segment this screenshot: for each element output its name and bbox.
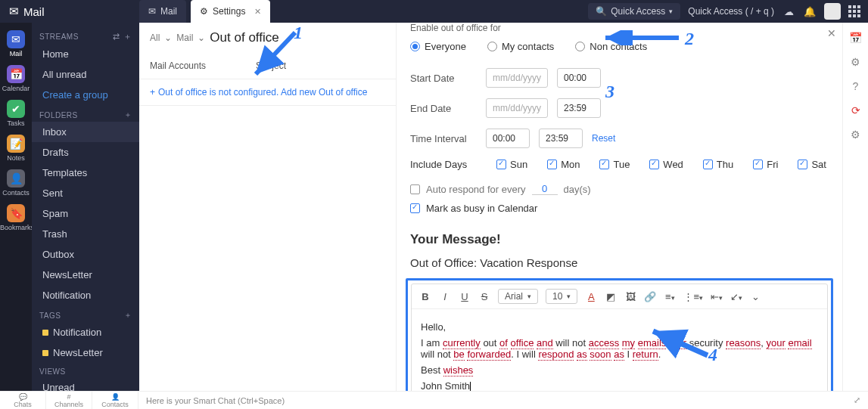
recipient-radio-group: Everyone My contacts Non contacts (410, 38, 829, 63)
smart-chat-hint[interactable]: Here is your Smart Chat (Ctrl+Space) (138, 392, 845, 409)
sidebar-item-inbox[interactable]: Inbox (32, 122, 139, 142)
crumb-mail[interactable]: Mail (176, 33, 193, 43)
sidebar-item-templates[interactable]: Templates (32, 163, 139, 183)
mail-envelope-icon: ✉ (148, 6, 156, 17)
chk-wed[interactable]: Wed (649, 159, 683, 170)
add-icon[interactable]: ＋ (124, 110, 132, 120)
chevron-down-icon: ⌄ (164, 33, 172, 43)
chk-thu[interactable]: Thu (703, 159, 733, 170)
tab-settings[interactable]: ⚙ Settings ✕ (191, 0, 270, 23)
col-subject: Subject (256, 60, 286, 71)
start-date-label: Start Date (410, 73, 477, 84)
sidebar-item-sent[interactable]: Sent (32, 183, 139, 203)
sidebar-item-home[interactable]: Home (32, 44, 139, 64)
sidebar-item-spam[interactable]: Spam (32, 203, 139, 224)
underline-button[interactable]: U (459, 291, 471, 302)
font-size-select[interactable]: 10▾ (546, 289, 577, 304)
chk-auto-respond[interactable] (410, 184, 420, 194)
tag-dot-icon (42, 330, 48, 336)
interval-to-input[interactable] (539, 129, 583, 148)
crumb-all[interactable]: All (150, 33, 160, 43)
time-interval-label: Time Interval (410, 133, 477, 144)
radio-everyone[interactable]: Everyone (410, 41, 466, 52)
sidebar-item-all-unread[interactable]: All unread (32, 64, 139, 85)
accounts-header: Mail Accounts Subject (139, 53, 396, 79)
sidebar-tag-newsletter[interactable]: NewsLetter (32, 342, 139, 363)
bottom-channels[interactable]: #Channels (46, 392, 92, 409)
bottom-chats[interactable]: 💬Chats (0, 392, 46, 409)
rail-calendar[interactable]: 📅 Calendar (0, 60, 32, 95)
sidebar-item-outbox[interactable]: Outbox (32, 244, 139, 265)
help-icon[interactable]: ? (853, 80, 859, 92)
link-button[interactable]: 🔗 (644, 291, 656, 302)
sidebar-item-notification[interactable]: Notification (32, 285, 139, 305)
italic-button[interactable]: I (439, 291, 451, 302)
end-time-input[interactable] (557, 98, 601, 118)
rail-bookmarks[interactable]: 🔖 Bookmarks (0, 200, 32, 234)
chk-fri[interactable]: Fri (753, 159, 778, 170)
chk-mark-busy[interactable] (410, 203, 420, 213)
bottom-contacts[interactable]: 👤Contacts (92, 392, 138, 409)
direction-button[interactable]: ↙▾ (730, 291, 742, 302)
sidebar-item-create-group[interactable]: Create a group (32, 85, 139, 105)
rich-text-editor: B I U S Arial▾ 10▾ A ◩ 🖼 🔗 ≡▾ ⋮≡▾ ⇤▾ ↙▾ (411, 284, 828, 405)
align-button[interactable]: ≡▾ (664, 291, 676, 302)
rail-tasks[interactable]: ✔ Tasks (0, 95, 32, 130)
rail-mail[interactable]: ✉ Mail (0, 26, 32, 60)
list-button[interactable]: ⋮≡▾ (683, 291, 703, 302)
chk-sun[interactable]: Sun (496, 159, 527, 170)
section-views: VIEWS (32, 363, 139, 377)
indent-button[interactable]: ⇤▾ (711, 291, 723, 302)
bold-button[interactable]: B (419, 291, 431, 302)
image-button[interactable]: 🖼 (624, 291, 636, 302)
subject-value[interactable]: Out of Office: Vacation Response (410, 253, 829, 278)
cloud-icon[interactable]: ☁ (782, 6, 795, 17)
highlight-button[interactable]: ◩ (605, 291, 617, 302)
chk-tue[interactable]: Tue (599, 159, 630, 170)
avatar[interactable] (824, 3, 841, 20)
sidebar-item-drafts[interactable]: Drafts (32, 142, 139, 163)
tag-dot-icon (42, 350, 48, 356)
editor-body[interactable]: Hello, I am currently out of office and … (412, 309, 827, 404)
chevron-down-icon: ▾ (567, 293, 571, 300)
text-color-button[interactable]: A (585, 291, 597, 302)
close-panel-icon[interactable]: ✕ (827, 27, 836, 39)
calendar-icon[interactable]: 📅 (849, 32, 862, 44)
start-time-input[interactable] (557, 68, 601, 88)
more-button[interactable]: ⌄ (750, 291, 762, 302)
interval-from-input[interactable] (486, 129, 530, 148)
start-date-input[interactable] (486, 68, 548, 88)
expand-icon[interactable]: ⤢ (845, 392, 868, 409)
radio-my-contacts[interactable]: My contacts (487, 41, 554, 52)
add-icon[interactable]: ＋ (124, 310, 132, 321)
section-streams: STREAMS ⇄ ＋ (32, 26, 139, 44)
filter-icon[interactable]: ⇄ (113, 32, 120, 41)
gear-icon[interactable]: ⚙ (851, 56, 860, 68)
bell-icon[interactable]: 🔔 (803, 6, 817, 17)
quick-access-search[interactable]: 🔍 Quick Access ▾ (588, 3, 680, 20)
font-family-select[interactable]: Arial▾ (498, 289, 538, 304)
reset-link[interactable]: Reset (592, 133, 615, 144)
tab-mail[interactable]: ✉ Mail (139, 0, 186, 23)
rail-notes[interactable]: 📝 Notes (0, 130, 32, 165)
chevron-down-icon: ▾ (527, 293, 531, 300)
radio-non-contacts[interactable]: Non contacts (575, 41, 647, 52)
auto-respond-days-input[interactable] (532, 183, 558, 195)
rail-contacts[interactable]: 👤 Contacts (0, 165, 32, 200)
end-date-input[interactable] (486, 98, 548, 118)
close-tab-icon[interactable]: ✕ (254, 7, 261, 17)
auto-respond-prefix: Auto respond for every (426, 184, 526, 195)
add-out-of-office-link[interactable]: +Out of office is not configured. Add ne… (139, 79, 396, 106)
chk-sat[interactable]: Sat (798, 159, 826, 170)
widget-gear-icon[interactable]: ⚙ (851, 129, 860, 141)
strike-button[interactable]: S (478, 291, 490, 302)
sidebar-item-trash[interactable]: Trash (32, 224, 139, 244)
chk-mon[interactable]: Mon (547, 159, 580, 170)
crumb-current: Out of office (210, 30, 278, 45)
auto-respond-suffix: day(s) (564, 184, 591, 195)
activity-icon[interactable]: ⟳ (851, 104, 860, 116)
sidebar-tag-notification[interactable]: Notification (32, 322, 139, 342)
sidebar-item-newsletter[interactable]: NewsLetter (32, 265, 139, 285)
apps-grid-icon[interactable] (848, 5, 860, 17)
add-icon[interactable]: ＋ (123, 32, 132, 41)
